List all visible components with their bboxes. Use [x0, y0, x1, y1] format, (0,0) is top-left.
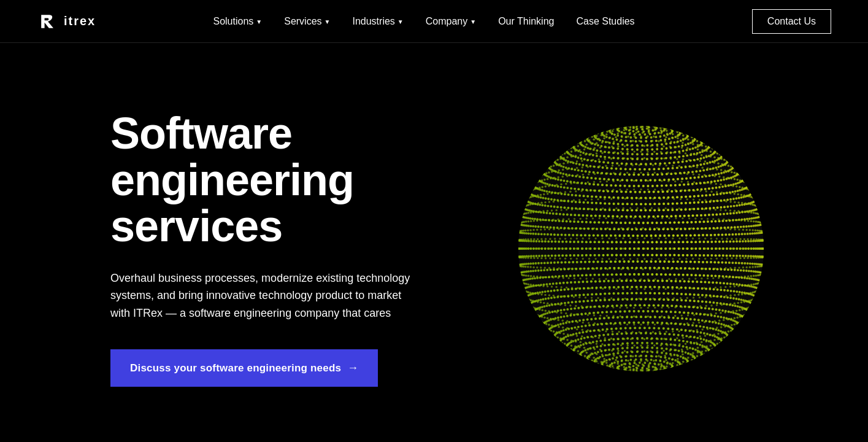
svg-point-2132 [529, 247, 531, 249]
svg-point-2722 [758, 282, 760, 285]
svg-point-3363 [699, 313, 702, 316]
svg-point-4050 [669, 353, 672, 355]
svg-point-2472 [734, 269, 736, 271]
svg-point-3881 [578, 355, 580, 358]
svg-point-3591 [623, 322, 626, 324]
svg-point-91 [668, 126, 670, 129]
svg-point-2323 [762, 255, 765, 258]
svg-point-3108 [751, 305, 753, 308]
svg-point-2647 [569, 274, 572, 277]
svg-point-2477 [716, 268, 719, 271]
svg-point-1520 [710, 220, 713, 223]
svg-point-1599 [609, 207, 610, 209]
svg-point-2634 [624, 273, 626, 276]
svg-point-477 [712, 146, 715, 149]
svg-point-1063 [532, 185, 535, 187]
svg-point-1665 [667, 228, 669, 230]
svg-point-1999 [549, 238, 551, 240]
svg-point-2349 [681, 260, 683, 263]
svg-point-1170 [560, 200, 563, 202]
svg-point-3685 [634, 327, 636, 329]
svg-point-367 [580, 138, 583, 141]
svg-point-283 [584, 146, 586, 149]
svg-point-2023 [704, 238, 706, 239]
svg-point-226 [590, 133, 592, 136]
svg-point-666 [726, 157, 728, 160]
nav-item-services[interactable]: Services ▼ [275, 11, 339, 32]
svg-point-1920 [739, 240, 741, 242]
svg-point-971 [639, 164, 640, 166]
svg-point-1991 [522, 239, 524, 241]
svg-point-1877 [649, 227, 651, 229]
svg-point-2015 [651, 238, 653, 239]
svg-point-2874 [723, 289, 726, 292]
svg-point-565 [714, 148, 716, 150]
svg-point-2449 [756, 266, 759, 268]
svg-point-2241 [554, 254, 556, 257]
svg-point-3166 [551, 304, 553, 306]
svg-point-1491 [750, 203, 752, 206]
svg-point-3014 [672, 292, 674, 295]
svg-point-975 [666, 165, 667, 166]
svg-point-3803 [577, 353, 579, 355]
svg-point-1451 [534, 203, 537, 205]
svg-point-3660 [726, 335, 729, 337]
nav-item-industries[interactable]: Industries ▼ [344, 11, 412, 32]
svg-point-2019 [678, 238, 680, 239]
svg-point-4170 [656, 371, 659, 374]
svg-point-946 [537, 177, 539, 180]
svg-point-2851 [751, 292, 754, 294]
svg-point-3865 [596, 340, 598, 343]
svg-point-3667 [709, 333, 712, 336]
svg-point-3566 [721, 331, 724, 333]
svg-point-2635 [620, 273, 622, 276]
svg-point-1396 [679, 215, 682, 217]
svg-point-3365 [691, 312, 694, 314]
svg-point-1174 [547, 198, 550, 200]
contact-us-button[interactable]: Contact Us [752, 9, 831, 34]
svg-point-2542 [528, 275, 530, 277]
nav-item-case-studies[interactable]: Case Studies [567, 11, 643, 32]
svg-point-3817 [653, 360, 655, 362]
svg-point-2332 [743, 262, 746, 265]
svg-point-2620 [686, 274, 689, 276]
svg-point-930 [570, 187, 572, 190]
hero-cta-button[interactable]: Discuss your software engineering needs … [110, 349, 378, 387]
svg-point-1077 [561, 176, 563, 177]
svg-point-1745 [682, 217, 683, 219]
svg-point-470 [692, 139, 694, 142]
svg-point-184 [674, 127, 676, 130]
svg-point-4007 [597, 351, 599, 353]
svg-point-3678 [667, 328, 669, 330]
svg-point-125 [628, 123, 631, 126]
svg-point-1099 [698, 174, 700, 176]
svg-point-1799 [677, 235, 679, 237]
svg-point-314 [693, 134, 695, 137]
svg-point-2569 [682, 278, 683, 280]
svg-point-155 [621, 144, 624, 146]
svg-point-958 [562, 169, 564, 171]
nav-item-solutions[interactable]: Solutions ▼ [204, 11, 271, 32]
svg-point-188 [685, 131, 687, 134]
svg-point-1807 [641, 235, 643, 237]
svg-point-1478 [693, 198, 694, 200]
svg-point-2881 [697, 287, 699, 290]
svg-point-2235 [577, 254, 580, 257]
svg-point-2739 [739, 284, 741, 286]
svg-point-2993 [744, 300, 747, 302]
nav-item-company[interactable]: Company ▼ [417, 11, 485, 32]
svg-point-948 [537, 176, 540, 179]
svg-point-3279 [570, 308, 572, 310]
svg-point-3284 [554, 310, 556, 312]
nav-item-our-thinking[interactable]: Our Thinking [490, 11, 563, 32]
svg-point-268 [646, 153, 648, 155]
svg-point-993 [741, 175, 743, 177]
svg-point-2292 [658, 258, 659, 260]
svg-point-1202 [570, 182, 572, 184]
svg-point-2354 [659, 260, 661, 263]
svg-point-1533 [656, 222, 658, 224]
svg-point-843 [559, 163, 561, 166]
svg-point-2713 [734, 285, 735, 287]
svg-point-293 [586, 135, 588, 138]
logo-link[interactable]: itrex [37, 10, 96, 33]
